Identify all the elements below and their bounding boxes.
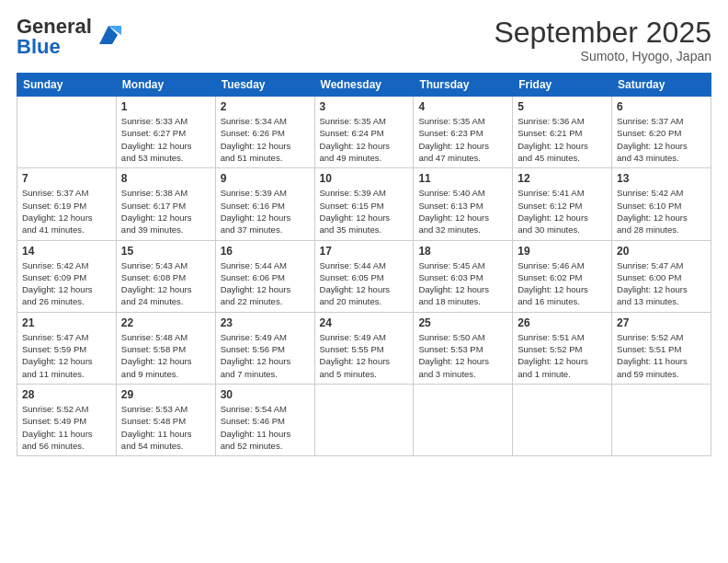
calendar-cell: 16Sunrise: 5:44 AM Sunset: 6:06 PM Dayli…: [215, 240, 314, 312]
calendar-cell: 18Sunrise: 5:45 AM Sunset: 6:03 PM Dayli…: [414, 240, 513, 312]
calendar-cell: 30Sunrise: 5:54 AM Sunset: 5:46 PM Dayli…: [215, 384, 314, 455]
title-block: September 2025 Sumoto, Hyogo, Japan: [494, 17, 711, 63]
calendar-cell: 21Sunrise: 5:47 AM Sunset: 5:59 PM Dayli…: [17, 312, 117, 384]
calendar-cell: 13Sunrise: 5:42 AM Sunset: 6:10 PM Dayli…: [612, 168, 711, 240]
calendar-cell: 23Sunrise: 5:49 AM Sunset: 5:56 PM Dayli…: [215, 312, 314, 384]
calendar-cell: [414, 384, 513, 455]
month-title: September 2025: [494, 17, 711, 49]
day-number: 13: [617, 172, 706, 185]
day-info: Sunrise: 5:50 AM Sunset: 5:53 PM Dayligh…: [418, 331, 507, 380]
calendar-cell: 19Sunrise: 5:46 AM Sunset: 6:02 PM Dayli…: [513, 240, 612, 312]
day-info: Sunrise: 5:37 AM Sunset: 6:20 PM Dayligh…: [617, 115, 706, 164]
day-number: 11: [418, 172, 507, 185]
day-info: Sunrise: 5:34 AM Sunset: 6:26 PM Dayligh…: [221, 115, 310, 164]
weekday-header-friday: Friday: [513, 74, 612, 97]
day-number: 20: [617, 245, 706, 258]
day-info: Sunrise: 5:43 AM Sunset: 6:08 PM Dayligh…: [121, 259, 210, 308]
location: Sumoto, Hyogo, Japan: [494, 49, 711, 63]
day-info: Sunrise: 5:36 AM Sunset: 6:21 PM Dayligh…: [518, 115, 607, 164]
day-info: Sunrise: 5:39 AM Sunset: 6:16 PM Dayligh…: [221, 187, 310, 236]
day-info: Sunrise: 5:54 AM Sunset: 5:46 PM Dayligh…: [221, 403, 310, 452]
day-number: 27: [617, 316, 706, 329]
day-info: Sunrise: 5:47 AM Sunset: 5:59 PM Dayligh…: [22, 331, 111, 380]
day-number: 7: [22, 172, 111, 185]
calendar-cell: 25Sunrise: 5:50 AM Sunset: 5:53 PM Dayli…: [414, 312, 513, 384]
day-number: 24: [320, 316, 409, 329]
day-number: 1: [121, 100, 210, 113]
day-info: Sunrise: 5:33 AM Sunset: 6:27 PM Dayligh…: [121, 115, 210, 164]
weekday-header-wednesday: Wednesday: [314, 74, 414, 97]
day-info: Sunrise: 5:38 AM Sunset: 6:17 PM Dayligh…: [121, 187, 210, 236]
day-number: 16: [221, 245, 310, 258]
page-header: General Blue September 2025 Sumoto, Hyog…: [17, 17, 711, 63]
calendar-week-0: 1Sunrise: 5:33 AM Sunset: 6:27 PM Daylig…: [17, 97, 711, 168]
day-info: Sunrise: 5:44 AM Sunset: 6:06 PM Dayligh…: [221, 259, 310, 308]
weekday-header-tuesday: Tuesday: [215, 74, 314, 97]
calendar-cell: 14Sunrise: 5:42 AM Sunset: 6:09 PM Dayli…: [17, 240, 117, 312]
weekday-header-saturday: Saturday: [612, 74, 711, 97]
day-number: 8: [121, 172, 210, 185]
day-number: 10: [320, 172, 409, 185]
day-info: Sunrise: 5:39 AM Sunset: 6:15 PM Dayligh…: [320, 187, 409, 236]
day-info: Sunrise: 5:51 AM Sunset: 5:52 PM Dayligh…: [518, 331, 607, 380]
calendar-table: SundayMondayTuesdayWednesdayThursdayFrid…: [17, 73, 711, 456]
calendar-cell: 11Sunrise: 5:40 AM Sunset: 6:13 PM Dayli…: [414, 168, 513, 240]
calendar-cell: [17, 97, 117, 168]
calendar-cell: 3Sunrise: 5:35 AM Sunset: 6:24 PM Daylig…: [314, 97, 414, 168]
calendar-week-4: 28Sunrise: 5:52 AM Sunset: 5:49 PM Dayli…: [17, 384, 711, 455]
day-number: 25: [418, 316, 507, 329]
day-number: 15: [121, 245, 210, 258]
day-number: 26: [518, 316, 607, 329]
day-number: 17: [320, 245, 409, 258]
day-info: Sunrise: 5:40 AM Sunset: 6:13 PM Dayligh…: [418, 187, 507, 236]
calendar-cell: 29Sunrise: 5:53 AM Sunset: 5:48 PM Dayli…: [116, 384, 215, 455]
logo-general: General: [17, 17, 92, 37]
day-info: Sunrise: 5:45 AM Sunset: 6:03 PM Dayligh…: [418, 259, 507, 308]
day-info: Sunrise: 5:44 AM Sunset: 6:05 PM Dayligh…: [320, 259, 409, 308]
day-number: 28: [22, 388, 111, 401]
day-number: 12: [518, 172, 607, 185]
day-info: Sunrise: 5:35 AM Sunset: 6:23 PM Dayligh…: [418, 115, 507, 164]
calendar-cell: [612, 384, 711, 455]
day-number: 2: [221, 100, 310, 113]
calendar-cell: 24Sunrise: 5:49 AM Sunset: 5:55 PM Dayli…: [314, 312, 414, 384]
calendar-cell: 22Sunrise: 5:48 AM Sunset: 5:58 PM Dayli…: [116, 312, 215, 384]
day-number: 3: [320, 100, 409, 113]
day-number: 14: [22, 245, 111, 258]
day-number: 23: [221, 316, 310, 329]
calendar-cell: 9Sunrise: 5:39 AM Sunset: 6:16 PM Daylig…: [215, 168, 314, 240]
calendar-cell: 6Sunrise: 5:37 AM Sunset: 6:20 PM Daylig…: [612, 97, 711, 168]
weekday-header-row: SundayMondayTuesdayWednesdayThursdayFrid…: [17, 74, 711, 97]
weekday-header-thursday: Thursday: [414, 74, 513, 97]
calendar-cell: 4Sunrise: 5:35 AM Sunset: 6:23 PM Daylig…: [414, 97, 513, 168]
day-info: Sunrise: 5:41 AM Sunset: 6:12 PM Dayligh…: [518, 187, 607, 236]
day-number: 6: [617, 100, 706, 113]
day-number: 21: [22, 316, 111, 329]
calendar-cell: 1Sunrise: 5:33 AM Sunset: 6:27 PM Daylig…: [116, 97, 215, 168]
calendar-week-3: 21Sunrise: 5:47 AM Sunset: 5:59 PM Dayli…: [17, 312, 711, 384]
calendar-week-2: 14Sunrise: 5:42 AM Sunset: 6:09 PM Dayli…: [17, 240, 711, 312]
calendar-week-1: 7Sunrise: 5:37 AM Sunset: 6:19 PM Daylig…: [17, 168, 711, 240]
calendar-cell: 27Sunrise: 5:52 AM Sunset: 5:51 PM Dayli…: [612, 312, 711, 384]
day-number: 29: [121, 388, 210, 401]
day-number: 4: [418, 100, 507, 113]
day-info: Sunrise: 5:42 AM Sunset: 6:09 PM Dayligh…: [22, 259, 111, 308]
calendar-cell: 20Sunrise: 5:47 AM Sunset: 6:00 PM Dayli…: [612, 240, 711, 312]
day-number: 18: [418, 245, 507, 258]
calendar-cell: 15Sunrise: 5:43 AM Sunset: 6:08 PM Dayli…: [116, 240, 215, 312]
logo-blue: Blue: [17, 37, 92, 57]
calendar-cell: 26Sunrise: 5:51 AM Sunset: 5:52 PM Dayli…: [513, 312, 612, 384]
day-number: 30: [221, 388, 310, 401]
day-info: Sunrise: 5:49 AM Sunset: 5:55 PM Dayligh…: [320, 331, 409, 380]
day-info: Sunrise: 5:48 AM Sunset: 5:58 PM Dayligh…: [121, 331, 210, 380]
day-info: Sunrise: 5:52 AM Sunset: 5:51 PM Dayligh…: [617, 331, 706, 380]
calendar-cell: 17Sunrise: 5:44 AM Sunset: 6:05 PM Dayli…: [314, 240, 414, 312]
weekday-header-sunday: Sunday: [17, 74, 117, 97]
calendar-cell: 10Sunrise: 5:39 AM Sunset: 6:15 PM Dayli…: [314, 168, 414, 240]
day-number: 19: [518, 245, 607, 258]
day-number: 9: [221, 172, 310, 185]
day-info: Sunrise: 5:47 AM Sunset: 6:00 PM Dayligh…: [617, 259, 706, 308]
day-info: Sunrise: 5:46 AM Sunset: 6:02 PM Dayligh…: [518, 259, 607, 308]
day-info: Sunrise: 5:42 AM Sunset: 6:10 PM Dayligh…: [617, 187, 706, 236]
calendar-cell: 5Sunrise: 5:36 AM Sunset: 6:21 PM Daylig…: [513, 97, 612, 168]
